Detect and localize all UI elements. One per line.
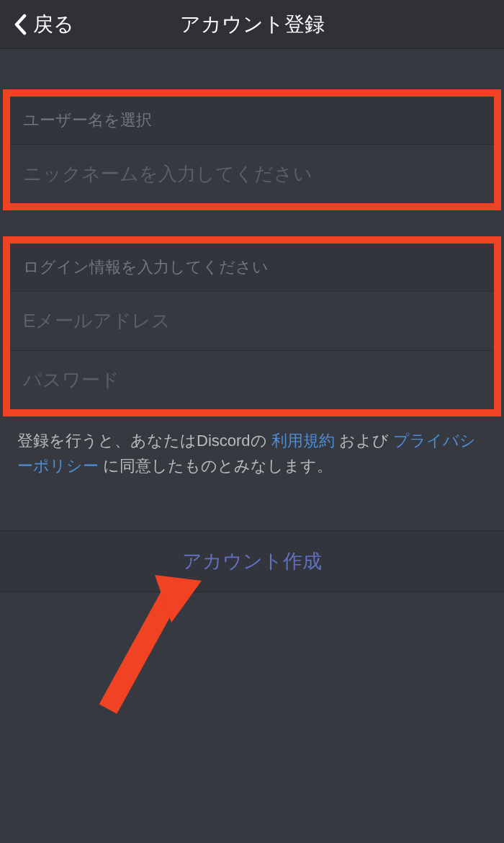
content-area: ユーザー名を選択 ログイン情報を入力してください 登録を行うと、あなたはDisc… [0,49,504,592]
svg-line-1 [108,594,171,709]
chevron-left-icon [13,12,27,37]
header-bar: 戻る アカウント登録 [0,0,504,49]
password-input[interactable] [10,351,494,409]
terms-link[interactable]: 利用規約 [271,432,335,450]
disclaimer-text: 登録を行うと、あなたはDiscordの 利用規約 および プライバシーポリシー … [0,416,504,490]
disclaimer-suffix: に同意したものとみなします。 [99,457,333,475]
email-input[interactable] [10,292,494,351]
arrow-annotation-icon [86,572,209,723]
nickname-input[interactable] [10,145,494,203]
disclaimer-middle: および [335,432,393,450]
page-title: アカウント登録 [180,11,325,38]
create-button-container: アカウント作成 [0,530,504,592]
section-spacer [0,210,504,236]
username-section-header: ユーザー名を選択 [10,97,494,145]
disclaimer-prefix: 登録を行うと、あなたはDiscordの [17,432,271,450]
create-account-button[interactable]: アカウント作成 [0,531,504,592]
back-label: 戻る [33,11,74,38]
back-button[interactable]: 戻る [0,11,74,38]
login-section-highlight: ログイン情報を入力してください [3,236,501,416]
username-section-highlight: ユーザー名を選択 [3,89,501,210]
login-section-header: ログイン情報を入力してください [10,244,494,292]
